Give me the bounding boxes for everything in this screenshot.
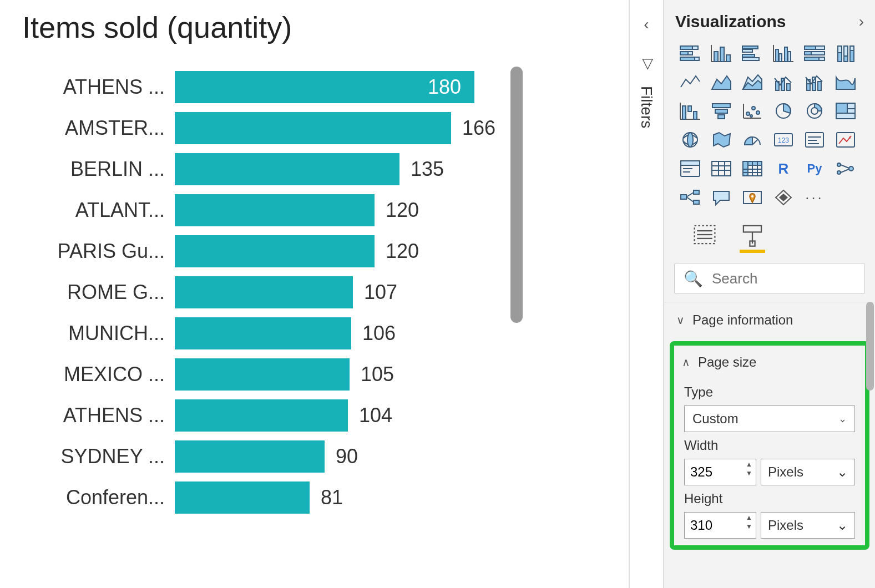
viz-donut-icon[interactable] (802, 100, 827, 122)
width-step-down[interactable]: ▼ (746, 469, 752, 478)
viz-key-influencers-icon[interactable] (833, 158, 858, 180)
bar-chart[interactable]: ATHENS ...180AMSTER...166BERLIN ...135AT… (22, 67, 505, 533)
viz-line-stacked-column-icon[interactable] (802, 71, 827, 93)
viz-gauge-icon[interactable] (740, 129, 765, 151)
bar[interactable] (175, 194, 375, 226)
viz-r-script-icon[interactable]: R (771, 158, 796, 180)
viz-funnel-icon[interactable] (709, 100, 734, 122)
bar-label: BERLIN ... (22, 158, 175, 181)
bar[interactable] (175, 440, 325, 473)
format-tab[interactable] (740, 222, 765, 253)
svg-rect-98 (694, 190, 699, 194)
viz-more-icon[interactable]: ··· (802, 186, 827, 209)
viz-qna-icon[interactable] (709, 186, 734, 209)
viz-filled-map-icon[interactable] (709, 129, 734, 151)
bar[interactable] (175, 276, 353, 308)
height-unit-dropdown[interactable]: Pixels ⌄ (761, 512, 855, 539)
bar-value: 120 (386, 199, 419, 222)
viz-matrix-icon[interactable] (740, 158, 765, 180)
bar-row[interactable]: PARIS Gu...120 (22, 231, 505, 272)
viz-stacked-area-icon[interactable] (740, 71, 765, 93)
format-search[interactable]: 🔍 (674, 263, 865, 294)
svg-rect-25 (805, 57, 819, 60)
bar-row[interactable]: MUNICH...106 (22, 313, 505, 354)
chart-scrollbar-thumb[interactable] (510, 67, 523, 323)
viz-stacked-bar-icon[interactable] (677, 42, 703, 64)
viz-map-icon[interactable] (677, 129, 703, 151)
bar[interactable] (175, 358, 350, 391)
bar-row[interactable]: SYDNEY ...90 (22, 436, 505, 477)
viz-100-stacked-bar-icon[interactable] (802, 42, 827, 64)
viz-treemap-icon[interactable] (833, 100, 858, 122)
bar[interactable] (175, 153, 399, 185)
page-size-section[interactable]: ∧ Page size (674, 346, 865, 379)
viz-slicer-icon[interactable] (677, 158, 703, 180)
svg-rect-23 (805, 52, 811, 55)
page-size-type-dropdown[interactable]: Custom ⌄ (684, 405, 855, 432)
width-value[interactable] (690, 464, 729, 480)
height-value[interactable] (690, 518, 729, 533)
viz-100-stacked-column-icon[interactable] (833, 42, 858, 64)
chevron-left-icon[interactable]: ‹ (644, 16, 649, 33)
svg-rect-64 (836, 113, 855, 119)
viz-line-column-icon[interactable] (771, 71, 796, 93)
height-step-up[interactable]: ▲ (746, 514, 752, 523)
bar[interactable] (175, 235, 375, 267)
bar-value: 180 (428, 75, 461, 99)
viz-power-apps-icon[interactable] (771, 186, 796, 209)
fields-tab[interactable] (692, 222, 717, 253)
viz-ribbon-icon[interactable] (833, 71, 858, 93)
bar-row[interactable]: AMSTER...166 (22, 108, 505, 149)
viz-multi-row-card-icon[interactable] (802, 129, 827, 151)
bar[interactable] (175, 481, 310, 514)
chevron-up-icon: ∧ (682, 356, 690, 369)
viz-kpi-icon[interactable] (833, 129, 858, 151)
viz-clustered-bar-icon[interactable] (740, 42, 765, 64)
bar-row[interactable]: ATLANT...120 (22, 190, 505, 231)
bar-value: 105 (361, 363, 394, 386)
viz-area-icon[interactable] (709, 71, 734, 93)
bar-row[interactable]: Conferen...81 (22, 477, 505, 518)
bar-row[interactable]: ATHENS ...180 (22, 67, 505, 108)
chart-scrollbar[interactable] (510, 67, 523, 533)
width-input[interactable]: ▲▼ (684, 459, 756, 485)
viz-decomposition-tree-icon[interactable] (677, 186, 703, 209)
viz-waterfall-icon[interactable] (677, 100, 703, 122)
bar-label: Conferen... (22, 486, 175, 509)
bar-row[interactable]: BERLIN ...135 (22, 149, 505, 190)
viz-line-icon[interactable] (677, 71, 703, 93)
page-information-section[interactable]: ∨ Page information (664, 302, 875, 338)
properties-scrollbar[interactable] (866, 302, 874, 391)
bar[interactable] (175, 399, 348, 432)
viz-column-icon[interactable] (709, 42, 734, 64)
chevron-right-icon[interactable]: › (859, 13, 864, 31)
report-canvas[interactable]: Items sold (quantity) ATHENS ...180AMSTE… (0, 0, 630, 588)
bar[interactable] (175, 112, 451, 144)
svg-rect-30 (844, 46, 848, 56)
width-step-up[interactable]: ▲ (746, 460, 752, 469)
bar-row[interactable]: ATHENS ...104 (22, 395, 505, 436)
viz-pie-icon[interactable] (771, 100, 796, 122)
bar-row[interactable]: MEXICO ...105 (22, 354, 505, 395)
svg-line-96 (841, 169, 849, 173)
page-information-label: Page information (692, 312, 793, 328)
viz-table-icon[interactable] (709, 158, 734, 180)
height-step-down[interactable]: ▼ (746, 523, 752, 531)
bar-row[interactable]: ROME G...107 (22, 272, 505, 313)
viz-arcgis-icon[interactable] (740, 186, 765, 209)
search-input[interactable] (712, 270, 856, 287)
svg-rect-26 (819, 57, 825, 60)
height-input[interactable]: ▲▼ (684, 512, 756, 539)
bar[interactable] (175, 317, 351, 349)
width-unit-dropdown[interactable]: Pixels ⌄ (761, 459, 855, 485)
height-label: Height (684, 491, 855, 506)
viz-python-icon[interactable]: Py (802, 158, 827, 180)
bar-label: SYDNEY ... (22, 445, 175, 468)
viz-card-icon[interactable]: 123 (771, 129, 796, 151)
viz-clustered-column-icon[interactable] (771, 42, 796, 64)
filters-pane-collapsed[interactable]: ‹ ◁ Filters (630, 0, 664, 588)
bar-label: MUNICH... (22, 322, 175, 345)
search-icon: 🔍 (684, 270, 703, 288)
viz-scatter-icon[interactable] (740, 100, 765, 122)
bar-label: ATHENS ... (22, 404, 175, 427)
